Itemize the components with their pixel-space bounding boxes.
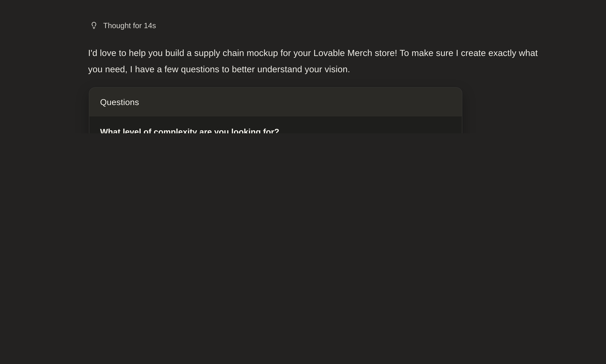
thought-label: Thought for 14s [103,20,156,31]
question-text: What level of complexity are you looking… [100,127,456,133]
card-title: Questions [100,97,139,107]
thought-toggle[interactable]: Thought for 14s [90,20,156,31]
questions-card: Questions What level of complexity are y… [89,87,462,133]
assistant-message-text: I'd love to help you build a supply chai… [88,45,541,77]
questions-card-body: What level of complexity are you looking… [89,117,462,133]
lightbulb-icon [90,21,98,30]
chat-message-view: Thought for 14s I'd love to help you bui… [0,0,606,133]
questions-card-header: Questions [89,88,462,117]
